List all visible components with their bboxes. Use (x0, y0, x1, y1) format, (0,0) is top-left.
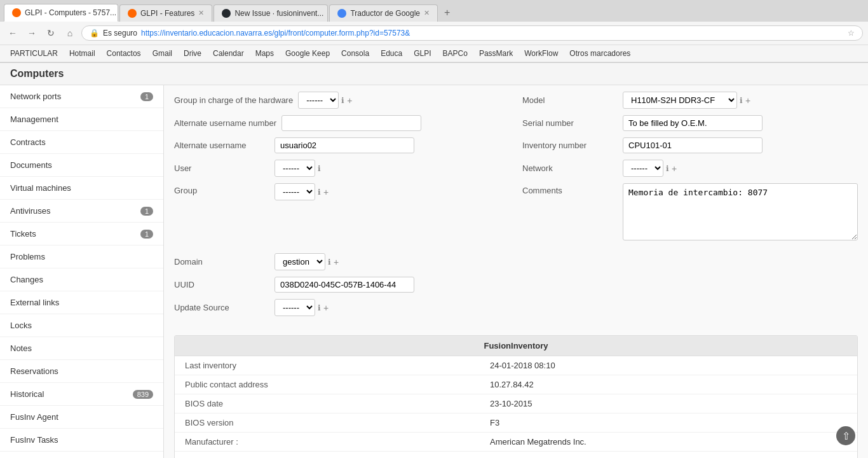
domain-select[interactable]: gestion (275, 253, 325, 270)
bookmark-consola[interactable]: Consola (336, 48, 374, 59)
user-info-icon[interactable]: ℹ (318, 164, 321, 173)
bookmark-maps[interactable]: Maps (250, 48, 279, 59)
form-row-altusername-inventory: Alternate username Inventory number (174, 137, 858, 153)
home-button[interactable]: ⌂ (62, 25, 78, 41)
bookmark-passmark[interactable]: PassMark (474, 48, 518, 59)
sidebar-item-locks-fields[interactable]: Locks (fields) (0, 452, 163, 458)
update-source-label: Update Source (174, 303, 269, 312)
serial-number-input[interactable] (623, 115, 763, 131)
field-group-in-charge: Group in charge of the hardware ------ ℹ… (174, 92, 510, 109)
domain-info-icon[interactable]: ℹ (328, 258, 331, 267)
fusion-last-inventory-label: Last inventory (185, 361, 490, 370)
url-display: https://inventario.educacion.navarra.es/… (141, 29, 844, 38)
domain-plus-icon[interactable]: + (334, 257, 339, 267)
sidebar-item-network-ports-badge: 1 (140, 92, 153, 101)
bookmark-star-icon[interactable]: ☆ (848, 29, 855, 38)
group-in-charge-info-icon[interactable]: ℹ (341, 96, 344, 105)
user-select[interactable]: ------ (275, 160, 315, 177)
fusion-row-public-contact: Public contact address 10.27.84.42 (175, 375, 857, 394)
bookmark-hotmail[interactable]: Hotmail (64, 48, 100, 59)
glpi-favicon-1 (12, 8, 21, 17)
bookmark-contactos[interactable]: Contactos (102, 48, 146, 59)
tab-4[interactable]: Traductor de Google ✕ (329, 4, 438, 22)
field-alt-username-number: Alternate username number (174, 115, 510, 131)
tab-2[interactable]: GLPI - Features ✕ (119, 4, 212, 22)
sidebar-item-notes-label: Notes (10, 344, 32, 353)
fusion-row-bios-version: BIOS version F3 (175, 413, 857, 433)
sidebar-item-antiviruses-label: Antiviruses (10, 206, 51, 216)
group-plus-icon[interactable]: + (323, 187, 329, 197)
sidebar-item-reservations[interactable]: Reservations (0, 360, 163, 383)
model-select[interactable]: H110M-S2H DDR3-CF (623, 92, 737, 109)
alt-username-number-input[interactable] (281, 115, 421, 131)
group-select[interactable]: ------ (275, 183, 315, 200)
back-button[interactable]: ← (5, 25, 20, 41)
tab-3-close[interactable]: ✕ (327, 9, 328, 17)
group-in-charge-select[interactable]: ------ (298, 92, 339, 109)
bookmark-gmail[interactable]: Gmail (147, 48, 177, 59)
network-plus-icon[interactable]: + (672, 163, 677, 174)
group-info-icon[interactable]: ℹ (318, 188, 321, 197)
inventory-number-input[interactable] (623, 137, 763, 153)
model-plus-icon[interactable]: + (745, 95, 750, 106)
comments-textarea[interactable]: Memoria de intercambio: 8077 (623, 183, 858, 240)
update-source-select[interactable]: ------ (275, 299, 315, 316)
sidebar-item-virtual-machines[interactable]: Virtual machines (0, 177, 163, 200)
tab-2-close[interactable]: ✕ (198, 9, 204, 17)
sidebar-item-tickets-badge: 1 (140, 230, 153, 239)
sidebar-item-locks[interactable]: Locks (0, 314, 163, 337)
sidebar-item-tickets[interactable]: Tickets 1 (0, 223, 163, 246)
bookmark-particular[interactable]: PARTICULAR (5, 48, 63, 59)
bookmark-calendar[interactable]: Calendar (208, 48, 249, 59)
model-label: Model (522, 95, 618, 105)
sidebar-item-antiviruses[interactable]: Antiviruses 1 (0, 200, 163, 223)
sidebar-item-fusinv-agent[interactable]: FusInv Agent (0, 406, 163, 429)
sidebar-item-historical-label: Historical (10, 389, 44, 399)
scroll-to-top-button[interactable]: ⇧ (836, 426, 855, 445)
refresh-button[interactable]: ↻ (43, 25, 58, 41)
bookmark-others[interactable]: Otros marcadores (564, 48, 635, 59)
sidebar-item-contracts[interactable]: Contracts (0, 131, 163, 154)
sidebar-item-documents[interactable]: Documents (0, 154, 163, 177)
uuid-input[interactable] (275, 277, 414, 293)
tab-4-close[interactable]: ✕ (424, 9, 430, 17)
bookmark-googlekeep[interactable]: Google Keep (280, 48, 335, 59)
sidebar-item-problems[interactable]: Problems (0, 246, 163, 268)
address-bar[interactable]: 🔒 Es seguro https://inventario.educacion… (81, 25, 863, 41)
uuid-label: UUID (174, 280, 269, 289)
user-label: User (174, 163, 269, 173)
sidebar-item-external-links[interactable]: External links (0, 291, 163, 314)
sidebar-item-changes[interactable]: Changes (0, 268, 163, 291)
form-row-group-comments: Group ------ ℹ + Comments Memoria de int… (174, 183, 858, 247)
sidebar-item-fusinv-agent-label: FusInv Agent (10, 412, 58, 422)
field-user: User ------ ℹ (174, 160, 510, 177)
sidebar-item-network-ports[interactable]: Network ports 1 (0, 85, 163, 108)
forward-button[interactable]: → (24, 25, 39, 41)
tab-1[interactable]: GLPI - Computers - 5757... ✕ (4, 4, 118, 22)
fusion-bios-version-value: F3 (490, 418, 847, 427)
sidebar-item-virtual-machines-label: Virtual machines (10, 183, 71, 193)
update-source-info-icon[interactable]: ℹ (318, 303, 321, 312)
bookmark-workflow[interactable]: WorkFlow (519, 48, 563, 59)
bookmark-bapco[interactable]: BAPCo (438, 48, 473, 59)
update-source-plus-icon[interactable]: + (323, 303, 329, 313)
domain-wrap: gestion ℹ + (275, 253, 339, 270)
bookmark-drive[interactable]: Drive (179, 48, 207, 59)
network-select[interactable]: ------ (623, 160, 663, 177)
sidebar-item-problems-label: Problems (10, 252, 45, 261)
model-info-icon[interactable]: ℹ (740, 96, 743, 105)
fusion-row-bios-date: BIOS date 23-10-2015 (175, 394, 857, 413)
network-info-icon[interactable]: ℹ (666, 164, 669, 173)
tab-3-label: New Issue · fusioninvent... (234, 9, 323, 18)
sidebar-item-fusinv-tasks[interactable]: FusInv Tasks (0, 429, 163, 452)
alt-username-input[interactable] (275, 137, 414, 153)
sidebar-item-historical[interactable]: Historical 839 (0, 383, 163, 406)
bookmark-educa[interactable]: Educa (376, 48, 407, 59)
sidebar-item-management[interactable]: Management (0, 108, 163, 131)
bookmark-glpi[interactable]: GLPI (409, 48, 436, 59)
fusion-inventory-title: FusionInventory (175, 336, 857, 356)
tab-3[interactable]: New Issue · fusioninvent... ✕ (214, 4, 328, 22)
sidebar-item-notes[interactable]: Notes (0, 337, 163, 360)
group-in-charge-plus-icon[interactable]: + (347, 95, 352, 106)
new-tab-button[interactable]: + (439, 4, 455, 21)
